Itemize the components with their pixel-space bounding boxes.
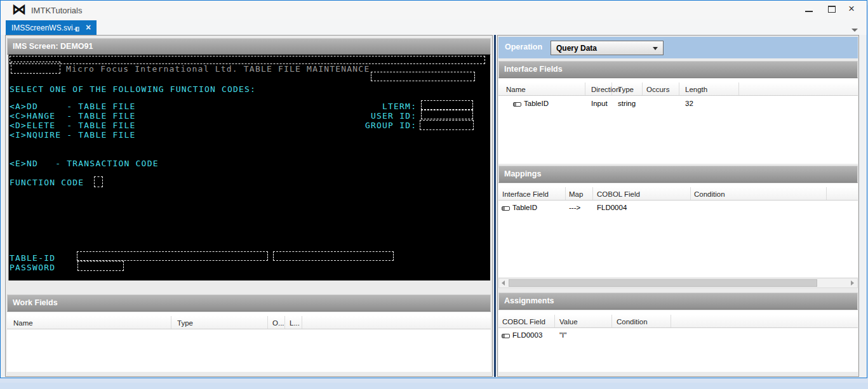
terminal-line: <I>NQUIRE - TABLE FILE (10, 130, 136, 140)
work-fields-header: Work Fields (7, 294, 491, 312)
column-separator[interactable] (826, 187, 827, 200)
ims-screen-title: IMS Screen: DEMO91 (13, 42, 93, 51)
tab-label: IMSScreenWS.svi (11, 23, 73, 32)
column-separator[interactable] (611, 82, 612, 95)
column-header-type[interactable]: Type (177, 319, 193, 327)
background-bottom-strip (0, 383, 868, 389)
terminal-lterm-label: LTERM: (382, 102, 417, 111)
field-icon (502, 334, 510, 338)
terminal-field-tableid[interactable] (77, 251, 268, 261)
terminal-userid-label: USER ID: (371, 111, 417, 121)
terminal-field[interactable] (273, 251, 394, 261)
column-header-condition[interactable]: Condition (694, 190, 725, 198)
column-header-map[interactable]: Map (569, 190, 583, 198)
close-icon: × (848, 3, 855, 15)
assignment-cobol-field[interactable]: FLD0003 (512, 331, 542, 339)
operation-selected-value: Query Data (556, 44, 597, 53)
column-separator[interactable] (671, 315, 671, 327)
operation-bar: Operation Query Data (498, 37, 858, 58)
chevron-down-icon (653, 47, 658, 50)
scrollbar-thumb[interactable] (509, 279, 817, 287)
ide-window: ⋈ IMTKTutorials × IMSScreenWS.svi × IMS … (0, 0, 867, 378)
minimize-icon (805, 11, 813, 12)
column-header-type[interactable]: Type (618, 86, 634, 93)
assignments-header: Assignments (498, 293, 858, 310)
interface-field-direction[interactable]: Input (591, 100, 608, 107)
assignment-value[interactable]: "I" (559, 331, 566, 339)
terminal-field-function-code[interactable] (94, 176, 103, 187)
column-header-name[interactable]: Name (13, 319, 33, 327)
minimize-button[interactable] (799, 3, 818, 16)
mappings-column-header[interactable] (498, 187, 858, 201)
tab-close-icon[interactable]: × (86, 22, 91, 32)
scroll-right-button[interactable] (848, 279, 857, 287)
terminal-field[interactable] (11, 62, 60, 74)
mappings-horizontal-scrollbar[interactable] (498, 278, 858, 288)
column-header-cobol-field[interactable]: COBOL Field (597, 190, 640, 198)
terminal-field-userid[interactable] (421, 110, 473, 119)
mappings-header: Mappings (498, 166, 858, 183)
work-fields-column-header[interactable] (7, 316, 491, 329)
column-header-direction[interactable]: Direction (591, 86, 620, 93)
mapping-cobol-field[interactable]: FLD0004 (597, 204, 627, 211)
operation-label: Operation (505, 43, 542, 51)
screen: ⋈ IMTKTutorials × IMSScreenWS.svi × IMS … (0, 0, 868, 389)
column-header-length[interactable]: Length (685, 86, 707, 93)
terminal-tableid-label: TABLE-ID (10, 253, 55, 263)
terminal-field-lterm[interactable] (421, 100, 473, 110)
column-header-cobol-field[interactable]: COBOL Field (502, 318, 545, 326)
terminal-line: <E>ND - TRANSACTION CODE (10, 159, 159, 168)
column-separator[interactable] (302, 316, 302, 329)
field-icon (513, 102, 521, 107)
column-header-occurs[interactable]: Occurs (646, 86, 669, 93)
close-button[interactable]: × (844, 3, 863, 16)
terminal-line: <A>DD - TABLE FILE (10, 102, 136, 111)
pin-icon[interactable] (73, 24, 81, 36)
column-separator[interactable] (642, 82, 643, 95)
mappings-title: Mappings (504, 169, 541, 178)
column-separator[interactable] (171, 316, 171, 329)
column-header-value[interactable]: Value (559, 318, 578, 326)
work-fields-title: Work Fields (13, 298, 58, 307)
column-header-condition[interactable]: Condition (617, 318, 648, 326)
interface-field-length[interactable]: 32 (685, 100, 693, 107)
column-separator[interactable] (592, 187, 593, 200)
interface-fields-column-header[interactable] (498, 82, 858, 96)
ims-screen-header: IMS Screen: DEMO91 (7, 38, 491, 55)
field-icon (502, 206, 510, 211)
terminal-field-password[interactable] (77, 261, 124, 271)
terminal-field-groupid[interactable] (420, 120, 474, 130)
column-separator[interactable] (611, 315, 612, 327)
column-separator[interactable] (679, 82, 679, 95)
column-separator[interactable] (267, 316, 268, 329)
column-separator[interactable] (565, 187, 566, 200)
scroll-left-button[interactable] (499, 279, 509, 287)
column-header-occurs[interactable]: O... (272, 319, 284, 327)
column-header-interface-field[interactable]: Interface Field (502, 190, 549, 198)
column-separator[interactable] (690, 187, 691, 200)
column-separator[interactable] (284, 316, 285, 329)
mapping-direction[interactable]: ---> (569, 204, 580, 211)
mapping-interface-field[interactable]: TableID (512, 204, 537, 211)
assignments-title: Assignments (504, 296, 554, 305)
terminal-select-line: SELECT ONE OF THE FOLLOWING FUNCTION COD… (10, 84, 256, 94)
interface-field-type[interactable]: string (618, 100, 636, 107)
terminal-banner: Micro Focus International Ltd. TABLE FIL… (66, 64, 370, 74)
column-header-name[interactable]: Name (506, 86, 526, 93)
terminal-field[interactable] (371, 72, 475, 81)
panel-splitter[interactable] (494, 35, 496, 377)
terminal-password-label: PASSWORD (10, 263, 55, 272)
column-separator[interactable] (738, 82, 739, 95)
interface-field-name[interactable]: TableID (524, 100, 549, 107)
assignments-column-header[interactable] (498, 315, 858, 328)
operation-dropdown[interactable]: Query Data (551, 41, 664, 55)
column-header-length[interactable]: L... (290, 319, 300, 327)
tab-strip: IMSScreenWS.svi × (1, 20, 867, 35)
tab-well-dropdown-icon[interactable] (851, 29, 858, 32)
tab-imsscreenws[interactable]: IMSScreenWS.svi × (6, 20, 97, 35)
column-separator[interactable] (554, 315, 555, 327)
interface-fields-header: Interface Fields (498, 61, 858, 78)
maximize-button[interactable] (822, 3, 841, 16)
column-separator[interactable] (585, 82, 585, 95)
terminal-field[interactable] (10, 56, 485, 64)
